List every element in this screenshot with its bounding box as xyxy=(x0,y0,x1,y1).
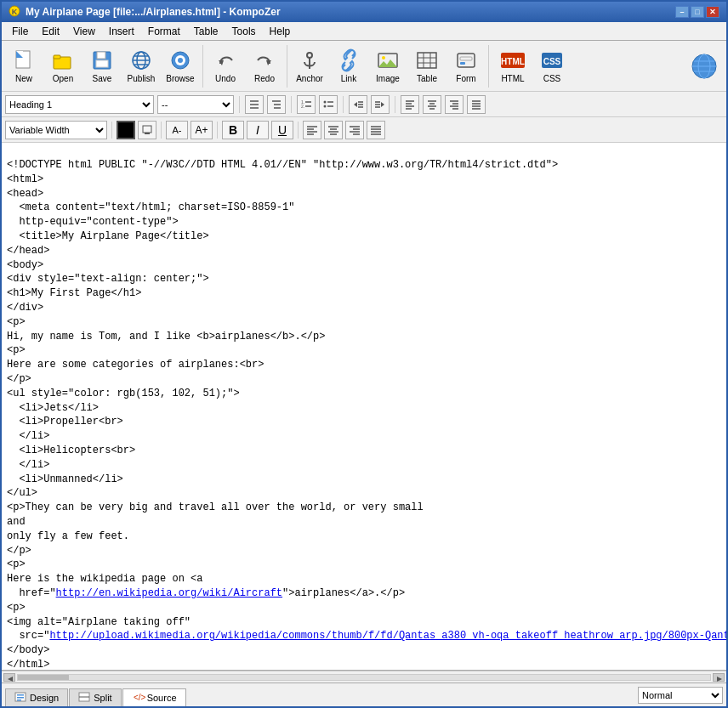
css-button[interactable]: CSS CSS xyxy=(535,43,569,89)
horizontal-scrollbar[interactable] xyxy=(2,671,726,683)
code-line: </p> xyxy=(7,373,31,385)
scroll-right-button[interactable] xyxy=(713,673,725,682)
save-icon xyxy=(90,48,114,72)
publish-button[interactable]: Publish xyxy=(122,43,160,89)
code-line: <ul style="color: rgb(153, 102, 51);"> xyxy=(7,388,240,399)
tb3-sep-1 xyxy=(111,122,112,139)
code-line: </li> xyxy=(7,459,49,471)
undo-button[interactable]: Undo xyxy=(207,43,244,89)
code-line: <li>Helicopters<br> xyxy=(7,445,135,456)
svg-marker-18 xyxy=(219,60,224,65)
bold-label: B xyxy=(229,123,237,137)
globe-button[interactable] xyxy=(685,43,723,89)
heading-select[interactable]: Heading 1 Heading 2 Heading 3 Normal xyxy=(5,95,154,114)
new-button[interactable]: New xyxy=(5,43,43,89)
text-color-swatch[interactable] xyxy=(117,121,135,139)
redo-button[interactable]: Redo xyxy=(246,43,283,89)
menu-format[interactable]: Format xyxy=(141,24,187,39)
font-smaller-button[interactable]: A- xyxy=(166,121,188,139)
font-larger-button[interactable]: A+ xyxy=(191,121,213,139)
publish-icon xyxy=(129,48,153,72)
split-tab-label: Split xyxy=(94,693,111,703)
code-line: </head> xyxy=(7,245,49,257)
form-icon xyxy=(454,48,478,72)
underline-button[interactable]: U xyxy=(271,121,293,139)
browse-button[interactable]: Browse xyxy=(162,43,199,89)
ul-button[interactable] xyxy=(319,95,338,114)
code-line: <!DOCTYPE html PUBLIC "-//W3C//DTD HTML … xyxy=(7,159,558,171)
text-align-right-button[interactable] xyxy=(345,121,364,139)
svg-rect-102 xyxy=(17,700,21,701)
menu-file[interactable]: File xyxy=(5,24,35,39)
tb3-sep-4 xyxy=(298,122,299,139)
minimize-button[interactable]: – xyxy=(675,6,689,18)
tb2-sep-2 xyxy=(291,96,292,113)
close-button[interactable]: ✕ xyxy=(706,6,719,18)
menu-insert[interactable]: Insert xyxy=(102,24,141,39)
code-line: <p> xyxy=(7,602,26,614)
code-line: <p> xyxy=(7,316,26,328)
code-line: http-equiv="content-type"> xyxy=(7,216,179,228)
code-line: <head> xyxy=(7,188,43,200)
scroll-thumb[interactable] xyxy=(18,675,69,680)
align-right-button[interactable] xyxy=(445,95,464,114)
tb2-sep-3 xyxy=(343,96,344,113)
code-line: <title>My Airplane Page</title> xyxy=(7,230,209,242)
align-justify-button[interactable] xyxy=(467,95,486,114)
html-icon: HTML xyxy=(501,48,525,72)
code-line: Hi, my name is Tom, and I like <b>airpla… xyxy=(7,331,325,343)
table-label: Table xyxy=(417,74,437,83)
form-label: Form xyxy=(456,74,475,83)
link-button[interactable]: Link xyxy=(330,43,367,89)
menu-edit[interactable]: Edit xyxy=(35,24,66,39)
text-align-left-button[interactable] xyxy=(303,121,321,139)
html-button[interactable]: HTML HTML xyxy=(492,43,533,89)
italic-button[interactable]: I xyxy=(247,121,269,139)
misc-select[interactable]: -- xyxy=(157,95,234,114)
scroll-track[interactable] xyxy=(17,674,711,681)
align-left-button[interactable] xyxy=(401,95,419,114)
anchor-button[interactable]: Anchor xyxy=(291,43,328,89)
list-indent-button[interactable] xyxy=(267,95,286,114)
svg-text:HTML: HTML xyxy=(501,57,525,66)
menu-table[interactable]: Table xyxy=(187,24,225,39)
new-icon xyxy=(12,48,36,72)
text-align-justify-button[interactable] xyxy=(367,121,385,139)
status-right: Normal Quirks Almost Standards xyxy=(638,687,723,704)
form-button[interactable]: Form xyxy=(447,43,485,89)
list-none-button[interactable] xyxy=(245,95,264,114)
status-mode-select[interactable]: Normal Quirks Almost Standards xyxy=(638,687,723,704)
open-button[interactable]: Open xyxy=(44,43,82,89)
paint-icon-button[interactable] xyxy=(138,121,156,139)
link-icon xyxy=(337,48,361,72)
menu-view[interactable]: View xyxy=(66,24,102,39)
scroll-left-button[interactable] xyxy=(3,673,15,682)
css-icon: CSS xyxy=(540,48,564,72)
indent-button[interactable] xyxy=(371,95,390,114)
svg-text:2.: 2. xyxy=(301,104,304,109)
bold-button[interactable]: B xyxy=(222,121,244,139)
font-select[interactable]: Variable Width Fixed Width xyxy=(5,121,107,139)
maximize-button[interactable]: □ xyxy=(691,6,704,18)
save-button[interactable]: Save xyxy=(83,43,121,89)
code-line: <img alt="Airplane taking off" xyxy=(7,616,191,628)
image-button[interactable]: Image xyxy=(369,43,407,89)
titlebar: K My Airplane Page [file:.../Airplanes.h… xyxy=(2,2,726,22)
code-editor[interactable]: <!DOCTYPE html PUBLIC "-//W3C//DTD HTML … xyxy=(2,143,726,671)
svg-rect-100 xyxy=(17,694,24,696)
source-tab-icon: </> xyxy=(132,692,144,704)
split-tab[interactable]: Split xyxy=(69,688,121,707)
outdent-button[interactable] xyxy=(349,95,367,114)
source-tab[interactable]: </> Source xyxy=(122,688,186,707)
menu-tools[interactable]: Tools xyxy=(225,24,263,39)
svg-rect-79 xyxy=(143,126,151,133)
menu-help[interactable]: Help xyxy=(263,24,298,39)
table-button[interactable]: Table xyxy=(408,43,446,89)
text-align-center-button[interactable] xyxy=(324,121,343,139)
ol-button[interactable]: 1.2. xyxy=(297,95,316,114)
align-center-button[interactable] xyxy=(423,95,441,114)
svg-text:CSS: CSS xyxy=(543,57,561,66)
svg-point-17 xyxy=(178,58,183,63)
image-icon xyxy=(376,48,400,72)
design-tab[interactable]: Design xyxy=(5,688,68,707)
